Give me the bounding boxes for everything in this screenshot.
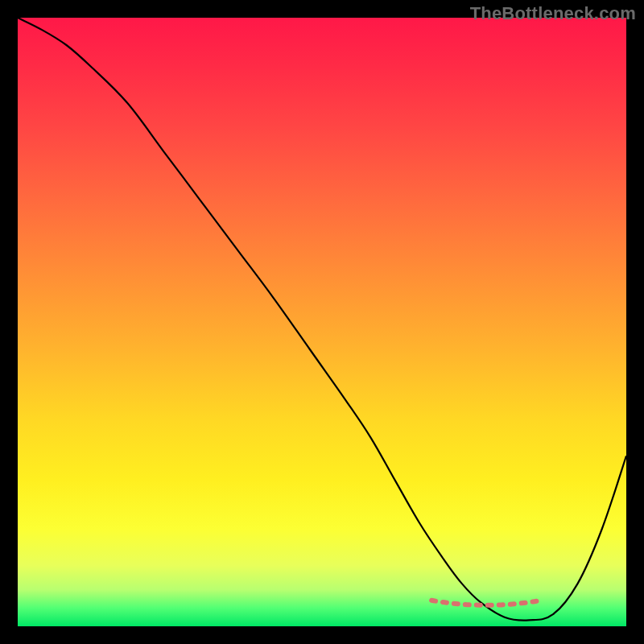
watermark-link[interactable]: TheBottleneck.com	[470, 3, 636, 24]
plot-gradient-background	[18, 18, 626, 626]
chart-container: TheBottleneck.com	[0, 0, 644, 644]
plot-outer-frame	[18, 18, 626, 626]
